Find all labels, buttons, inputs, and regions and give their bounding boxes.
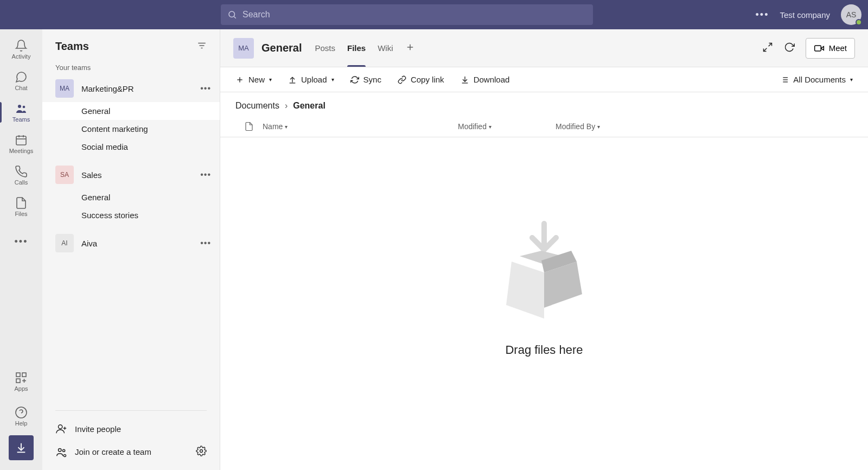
phone-icon [15,165,28,178]
filter-icon [197,41,207,50]
invite-people-button[interactable]: Invite people [55,417,207,440]
rail-apps[interactable]: Apps [0,366,42,397]
search-input[interactable] [237,10,586,20]
file-icon [244,122,254,131]
rail-label: Activity [12,53,31,60]
team-more-button[interactable]: ••• [200,238,211,248]
new-button[interactable]: New ▾ [235,75,272,84]
channel-content-marketing[interactable]: Content marketing [42,120,220,138]
chat-icon [15,71,28,84]
files-toolbar: New ▾ Upload ▾ Sync Copy link Download [220,67,868,92]
upload-button[interactable]: Upload ▾ [288,75,334,84]
rail-label: Apps [14,385,28,392]
chevron-down-icon: ▾ [331,77,334,82]
svg-point-20 [59,425,62,429]
column-file-type[interactable] [235,122,263,131]
user-avatar[interactable]: AS [841,4,861,25]
rail-activity[interactable]: Activity [0,34,42,65]
channel-sales-general[interactable]: General [42,188,220,206]
svg-point-3 [23,106,25,109]
rail-meetings[interactable]: Meetings [0,128,42,160]
rail-calls[interactable]: Calls [0,160,42,191]
chevron-down-icon: ▾ [269,77,272,82]
chevron-down-icon: ▾ [597,124,600,130]
plus-icon [235,75,244,84]
rail-chat[interactable]: Chat [0,65,42,97]
tb-label: New [248,75,265,84]
bell-icon [15,39,28,52]
sync-button[interactable]: Sync [350,75,381,84]
team-aiva[interactable]: AI Aiva ••• [42,230,220,257]
svg-rect-10 [16,379,20,383]
rail-label: Calls [15,179,28,186]
join-create-team-button[interactable]: Join or create a team [55,446,151,458]
chevron-right-icon: › [285,101,288,111]
meet-label: Meet [829,43,847,53]
rail-teams[interactable]: Teams [0,97,42,128]
topbar-more-button[interactable]: ••• [756,9,769,21]
svg-line-32 [763,48,767,51]
team-more-button[interactable]: ••• [200,170,211,180]
join-label: Join or create a team [75,447,151,456]
rail-label: Teams [12,116,30,123]
team-name: Marketing&PR [81,84,200,93]
add-tab-button[interactable] [405,42,415,54]
search-box[interactable] [221,4,593,25]
empty-state[interactable]: Drag files here [220,137,868,470]
rail-help[interactable]: Help [0,401,42,432]
chevron-down-icon: ▾ [285,124,288,130]
rail-files[interactable]: Files [0,191,42,223]
column-name[interactable]: Name ▾ [263,122,458,131]
copy-link-button[interactable]: Copy link [398,75,444,84]
svg-rect-4 [16,136,26,145]
team-sales[interactable]: SA Sales ••• [42,161,220,188]
reload-icon [784,42,795,53]
avatar-initials: AS [846,10,857,19]
main-content: MA General Posts Files Wiki Meet [220,29,868,470]
help-icon [15,406,28,419]
teams-icon [15,102,28,115]
tb-label: Sync [363,75,381,84]
tab-posts[interactable]: Posts [315,29,335,67]
apps-icon [15,371,28,384]
channel-title: General [261,42,302,54]
meet-button[interactable]: Meet [806,38,855,59]
rail-download-button[interactable] [9,435,34,460]
tab-wiki[interactable]: Wiki [378,29,393,67]
filter-button[interactable] [197,41,207,53]
invite-icon [55,423,67,435]
col-label: Modified By [556,122,595,131]
team-marketing-pr[interactable]: MA Marketing&PR ••• [42,75,220,102]
gear-icon [196,446,207,456]
column-modified[interactable]: Modified ▾ [458,122,556,131]
tab-files[interactable]: Files [347,29,366,67]
svg-point-24 [62,449,65,452]
team-avatar-icon: SA [55,166,74,184]
svg-rect-9 [22,373,26,377]
more-icon: ••• [15,236,28,247]
channel-social-media[interactable]: Social media [42,138,220,156]
breadcrumb-documents[interactable]: Documents [235,101,279,111]
tb-label: Download [474,75,510,84]
team-more-button[interactable]: ••• [200,84,211,93]
team-name: Sales [81,170,200,180]
breadcrumb: Documents › General [220,92,868,116]
expand-button[interactable] [762,42,773,55]
channel-general[interactable]: General [42,102,220,120]
svg-point-23 [59,448,62,452]
reload-button[interactable] [784,42,795,55]
svg-point-28 [200,450,203,453]
teams-sidebar: Teams Your teams MA Marketing&PR ••• Gen… [42,29,220,470]
expand-icon [762,42,773,53]
rail-more[interactable]: ••• [0,226,42,257]
column-modified-by[interactable]: Modified By ▾ [556,122,600,131]
view-selector[interactable]: All Documents ▾ [780,75,853,84]
svg-point-13 [16,407,27,418]
download-button[interactable]: Download [461,75,510,84]
rail-label: Chat [15,85,27,91]
svg-rect-33 [814,46,821,51]
channel-success-stories[interactable]: Success stories [42,206,220,224]
table-header: Name ▾ Modified ▾ Modified By ▾ [220,116,868,137]
manage-teams-button[interactable] [196,446,207,458]
svg-line-1 [234,16,235,18]
